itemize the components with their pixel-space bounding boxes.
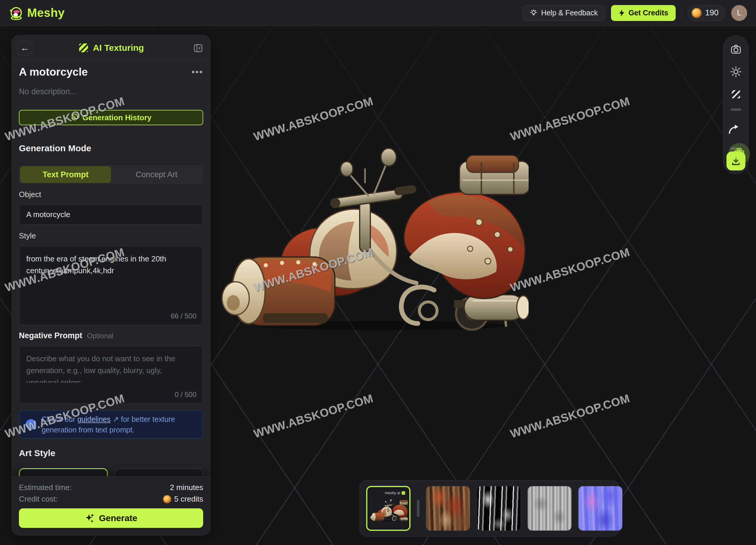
generation-history-label: Generation History bbox=[82, 113, 151, 122]
texture-stripes-icon bbox=[730, 89, 742, 100]
help-feedback-button[interactable]: Help & Feedback bbox=[522, 5, 605, 21]
external-link-icon: ↗ bbox=[113, 415, 119, 423]
tab-concept-art[interactable]: Concept Art bbox=[111, 166, 202, 183]
generate-button[interactable]: Generate bbox=[19, 508, 203, 528]
camera-icon bbox=[730, 44, 742, 55]
brand-name: Meshy bbox=[27, 6, 65, 19]
strip-divider bbox=[417, 500, 419, 517]
lighting-button[interactable] bbox=[730, 66, 742, 78]
texture-maps-strip: meshy ai bbox=[359, 480, 619, 537]
style-textarea[interactable]: from the era of steam engines in the 20t… bbox=[19, 246, 203, 303]
meshy-dot-icon bbox=[402, 491, 405, 495]
negative-prompt-label: Negative Prompt bbox=[19, 331, 82, 340]
back-arrow-icon: ← bbox=[20, 43, 29, 53]
negative-prompt-textarea-wrap: 0 / 500 bbox=[19, 346, 203, 404]
coin-icon bbox=[163, 495, 171, 503]
ai-texturing-panel: ← AI Texturing bbox=[12, 35, 211, 536]
collapse-panel-button[interactable] bbox=[192, 42, 204, 54]
generation-mode-heading: Generation Mode bbox=[19, 143, 203, 153]
style-char-counter: 66 / 500 bbox=[171, 312, 196, 320]
generation-mode-tabs: Text Prompt Concept Art bbox=[19, 165, 203, 184]
motorcycle-3d-model[interactable] bbox=[221, 133, 529, 331]
generate-label: Generate bbox=[99, 513, 137, 523]
ai-texturing-icon bbox=[78, 43, 89, 53]
negative-char-counter: 0 / 500 bbox=[175, 391, 196, 399]
lightning-bolt-icon bbox=[618, 9, 625, 17]
estimated-time-label: Estimated time: bbox=[19, 483, 72, 492]
guidelines-info-note: i Check our guidelines ↗ for better text… bbox=[19, 410, 203, 439]
thumbnail-normal-map[interactable] bbox=[578, 486, 623, 531]
thumbnail-base-color-map[interactable] bbox=[426, 486, 470, 531]
get-credits-button[interactable]: Get Credits bbox=[611, 5, 676, 21]
project-title-row: A motorcycle ••• bbox=[19, 66, 203, 78]
thumbnail-metallic-map[interactable] bbox=[477, 486, 521, 531]
share-arrow-icon bbox=[728, 123, 740, 135]
negative-prompt-textarea[interactable] bbox=[19, 346, 203, 383]
credit-cost-value: 5 credits bbox=[174, 494, 203, 504]
credit-cost-label: Credit cost: bbox=[19, 494, 58, 504]
coin-icon bbox=[692, 8, 702, 18]
avatar-initial: L bbox=[737, 8, 741, 17]
collapse-panel-icon bbox=[193, 43, 203, 53]
texture-view-button[interactable] bbox=[730, 89, 742, 100]
get-credits-label: Get Credits bbox=[628, 9, 668, 17]
negative-prompt-label-row: Negative Prompt Optional bbox=[19, 331, 203, 340]
guidelines-link[interactable]: guidelines bbox=[77, 415, 111, 423]
gift-icon bbox=[733, 148, 745, 160]
thumbnail-roughness-map[interactable] bbox=[527, 486, 572, 531]
sparkles-icon bbox=[85, 513, 95, 523]
object-input[interactable] bbox=[19, 204, 203, 224]
meshy-app: Meshy Help & Feedback Get Credits 1 bbox=[0, 0, 756, 545]
credits-count: 190 bbox=[705, 8, 718, 17]
brand-logo[interactable]: Meshy bbox=[9, 6, 65, 20]
rewards-gift-button[interactable] bbox=[726, 141, 752, 167]
guidelines-text: Check our guidelines ↗ for better textur… bbox=[42, 414, 196, 435]
toolbar-divider bbox=[731, 108, 741, 111]
more-menu-button[interactable]: ••• bbox=[191, 66, 203, 78]
top-bar: Meshy Help & Feedback Get Credits 1 bbox=[0, 0, 756, 26]
thumbnail-model-preview[interactable]: meshy ai bbox=[366, 486, 410, 531]
meshy-watermark: meshy ai bbox=[385, 491, 405, 495]
lightbulb-icon bbox=[530, 9, 537, 17]
art-style-heading: Art Style bbox=[19, 448, 203, 458]
share-button[interactable] bbox=[728, 123, 740, 135]
project-description[interactable]: No description... bbox=[19, 87, 203, 96]
panel-title: AI Texturing bbox=[93, 43, 144, 53]
style-label: Style bbox=[19, 231, 203, 240]
tab-text-prompt[interactable]: Text Prompt bbox=[20, 166, 111, 183]
sun-brightness-icon bbox=[730, 66, 742, 78]
optional-tag: Optional bbox=[87, 332, 113, 340]
model-preview-image bbox=[370, 497, 408, 522]
help-feedback-label: Help & Feedback bbox=[541, 9, 598, 17]
topbar-separator bbox=[682, 7, 682, 19]
meshy-logo-icon bbox=[9, 6, 23, 20]
user-avatar[interactable]: L bbox=[731, 5, 747, 21]
history-clock-icon bbox=[71, 113, 79, 122]
panel-footer: Estimated time: 2 minutes Credit cost: 5… bbox=[12, 476, 210, 535]
panel-header: ← AI Texturing bbox=[12, 35, 210, 61]
style-textarea-wrap: from the era of steam engines in the 20t… bbox=[19, 246, 203, 325]
credits-balance[interactable]: 190 bbox=[688, 5, 725, 21]
object-label: Object bbox=[19, 190, 203, 199]
object-input-wrap bbox=[19, 204, 203, 225]
generation-history-button[interactable]: Generation History bbox=[19, 110, 203, 125]
project-title: A motorcycle bbox=[19, 66, 88, 78]
info-icon: i bbox=[26, 419, 36, 430]
estimated-time-value: 2 minutes bbox=[170, 483, 203, 492]
screenshot-button[interactable] bbox=[730, 44, 742, 55]
back-button[interactable]: ← bbox=[17, 40, 32, 56]
